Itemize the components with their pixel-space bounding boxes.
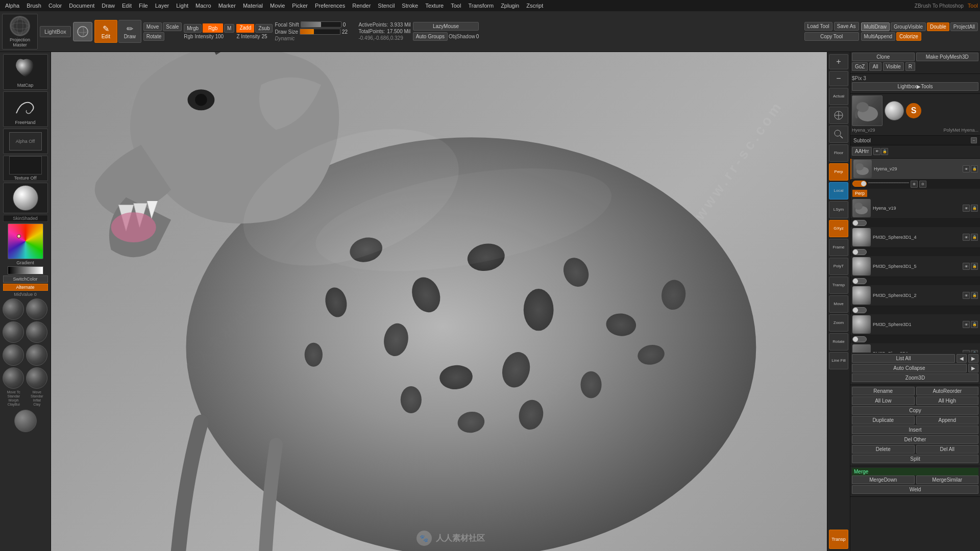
draw-size-slider[interactable] [300,29,340,35]
auto-collapse-button[interactable]: Auto Collapse [852,364,967,372]
menu-item-stencil[interactable]: Stencil [375,2,398,10]
menu-item-render[interactable]: Render [349,2,374,10]
color-swatch[interactable] [8,223,43,259]
mini-tool-zoom-in[interactable]: + [829,54,848,69]
mini-tool-zoom[interactable] [829,126,848,143]
move-button[interactable]: Move [143,22,162,31]
aahrr-button[interactable]: AAHrr [852,147,872,156]
append-button[interactable]: Append [916,416,979,424]
menu-item-preferences[interactable]: Preferences [312,2,348,10]
mini-tool-rotate[interactable]: Rotate [829,333,848,350]
mini-tool-zoom-ctrl[interactable]: Zoom [829,314,848,332]
lightbox-button[interactable]: LightBox [40,26,71,37]
mini-tool-line-fill[interactable]: Line Fill [829,352,848,369]
alpha-selector[interactable]: Alpha Off [3,129,48,154]
color-sphere-preview[interactable] [3,183,48,213]
save-as-button[interactable]: Save As [834,22,859,31]
colorize-button[interactable]: Colorize [896,32,921,41]
menu-item-stroke[interactable]: Stroke [399,2,421,10]
menu-item-transform[interactable]: Transform [465,2,497,10]
rs-make-polymesh3d-button[interactable]: Make PolyMesh3D [916,53,979,61]
delete-button[interactable]: Delete [852,445,915,454]
split-button[interactable]: Split [852,455,978,463]
menu-item-edit[interactable]: Edit [119,2,135,10]
rs-all-button[interactable]: All [869,62,881,71]
mini-tool-lsym[interactable]: LSym [829,201,848,218]
all-high-button[interactable]: All High [916,396,979,405]
brush-standard-1[interactable] [3,321,24,343]
menu-item-file[interactable]: File [136,2,151,10]
subtool-eye-sphere-2[interactable]: 👁 [963,292,970,299]
brush-standard-2[interactable] [26,321,47,343]
menu-item-material[interactable]: Material [240,2,266,10]
subtool-item-pm3d-sphere-4[interactable]: PM3D_Sphere3D1_4 👁 🔒 [850,227,980,248]
toggle-sphere-1[interactable] [852,336,867,342]
del-all-button[interactable]: Del All [916,445,979,454]
copy-tool-button[interactable]: Copy Tool [804,32,859,41]
subtool-lock-hyena-v19[interactable]: 🔒 [971,205,978,212]
lightbox-tools-button[interactable]: Lightbox▶Tools [852,82,978,91]
menu-item-macro[interactable]: Macro [192,2,214,10]
mini-tool-bottom-orange[interactable]: Transp [829,530,848,549]
toggle-sphere-4[interactable] [852,249,867,255]
toggle-hyena-v19[interactable] [852,220,867,226]
menu-item-light[interactable]: Light [173,2,191,10]
brush-inflat[interactable] [26,344,47,366]
rs-r-button[interactable]: R [905,62,915,71]
mini-tool-polyf[interactable]: PolyT [829,258,848,275]
draw-button[interactable]: ✏ Draw [118,20,141,43]
freehand-brush[interactable]: FreeHand [3,91,48,127]
merge-similar-button[interactable]: MergeSimilar [916,475,979,484]
menu-item-draw[interactable]: Draw [99,2,118,10]
subtool-lock-plane[interactable]: 🔒 [971,350,978,353]
brush-morph[interactable] [3,344,24,366]
menu-item-zplugin[interactable]: Zplugin [498,2,522,10]
del-other-button[interactable]: Del Other [852,435,978,444]
auto-collapse-arrow-btn[interactable]: ▶ [968,364,978,372]
arrow-left-btn[interactable]: ◀ [957,354,967,363]
mini-tool-scroll[interactable] [829,107,848,124]
brush-move[interactable] [26,298,47,320]
texture-selector[interactable]: Texture Off [3,156,48,181]
subtool-extra-hyena-v29[interactable]: ⊕ [911,181,918,188]
subtool-eye-hyena-v19[interactable]: 👁 [963,205,970,212]
mrgb-button[interactable]: Mrgb [184,24,202,33]
copy-button[interactable]: Copy [852,406,978,415]
material-selector[interactable]: MatCap [3,54,48,90]
persp-button[interactable]: Perp [852,190,867,197]
model-thumbnail[interactable] [852,95,883,126]
insert-button[interactable]: Insert [852,425,978,434]
subtool-eye-plane[interactable]: 👁 [963,350,970,353]
rs-goz-button[interactable]: GoZ [852,62,868,71]
menu-item-brush[interactable]: Brush [23,2,44,10]
scale-button[interactable]: Scale [163,22,182,31]
mini-tool-perp[interactable]: Perp [829,163,848,181]
subtool-lock-sphere-5[interactable]: 🔒 [971,263,978,270]
lock-btn-1[interactable]: 🔒 [881,148,888,155]
zadd-button[interactable]: Zadd [236,24,254,33]
zsub-button[interactable]: Zsub [255,24,273,33]
arrow-right-btn[interactable]: ▶ [968,354,978,363]
menu-item-document[interactable]: Document [66,2,97,10]
mini-tool-zoom-out[interactable]: − [829,71,848,86]
duplicate-button[interactable]: Duplicate [852,416,915,424]
menu-item-color[interactable]: Color [45,2,65,10]
subtool-eye-sphere-5[interactable]: 👁 [963,263,970,270]
menu-item-movie[interactable]: Movie [267,2,288,10]
subtool-lock-hyena-v29[interactable]: 🔒 [971,165,978,172]
lazymouse-button[interactable]: LazyMouse [413,22,479,31]
menu-item-layer[interactable]: Layer [152,2,173,10]
subtool-item-hyena-v29[interactable]: Hyena_v29 👁 🔒 [850,159,980,180]
subtool-item-pm3d-plane[interactable]: PM3D_Plane3D1 👁 🔒 [850,343,980,353]
rs-visible-button[interactable]: Visible [883,62,904,71]
load-tool-button[interactable]: Load Tool [804,22,832,31]
m-button[interactable]: M [224,24,234,33]
toggle-hyena-v29[interactable] [852,181,867,187]
subtool-lock-sphere-4[interactable]: 🔒 [971,234,978,241]
mini-tool-move[interactable]: Move [829,295,848,313]
rgb-active-button[interactable]: Rgb [203,23,223,33]
gradient-bar[interactable] [8,266,43,274]
menu-item-picker[interactable]: Picker [289,2,311,10]
mini-tool-transp[interactable]: Transp [829,277,848,294]
edit-button[interactable]: ✎ Edit [94,20,117,43]
